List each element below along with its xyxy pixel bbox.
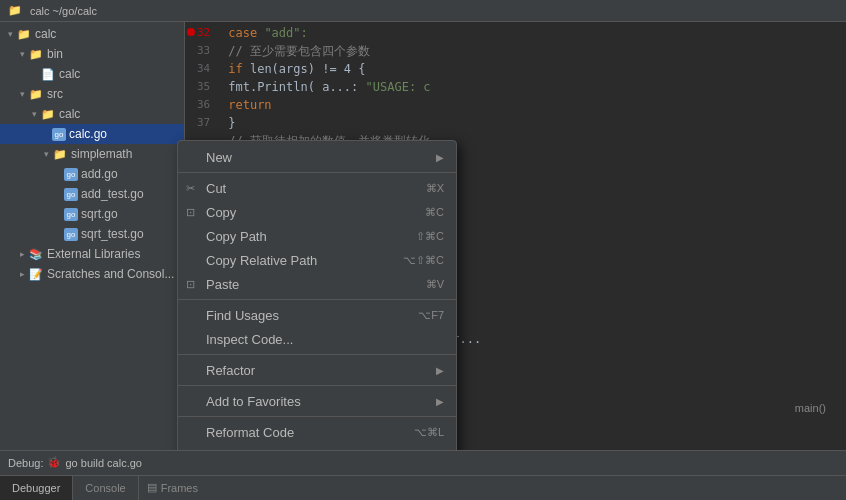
tree-item-label: simplemath — [71, 147, 132, 161]
menu-separator — [178, 416, 456, 417]
gofile-icon: go — [64, 168, 78, 181]
submenu-arrow-icon: ▶ — [436, 152, 444, 163]
title-bar-text: calc ~/go/calc — [30, 5, 97, 17]
sidebar-item-sqrt.go[interactable]: gosqrt.go — [0, 204, 184, 224]
tree-item-label: calc — [59, 107, 80, 121]
sidebar-item-sqrt_test.go[interactable]: gosqrt_test.go — [0, 224, 184, 244]
sidebar-item-calc[interactable]: ▾📁calc — [0, 24, 184, 44]
tree-item-label: sqrt_test.go — [81, 227, 144, 241]
menu-separator — [178, 172, 456, 173]
project-icon: 📁 — [16, 26, 32, 42]
menu-item-label: Copy — [206, 205, 236, 220]
menu-item-refactor[interactable]: Refactor▶ — [178, 358, 456, 382]
tree-expand-icon: ▾ — [16, 86, 28, 102]
tree-expand-icon — [28, 66, 40, 82]
bottom-area: Debug: 🐞 go build calc.go Debugger Conso… — [0, 450, 846, 500]
tree-expand-icon — [40, 126, 52, 142]
library-icon: 📚 — [28, 246, 44, 262]
tree-expand-icon: ▸ — [16, 246, 28, 262]
submenu-arrow-icon: ▶ — [436, 365, 444, 376]
menu-item-label: Find Usages — [206, 308, 279, 323]
tree-item-label: External Libraries — [47, 247, 140, 261]
code-line: case "add": — [228, 24, 838, 42]
menu-item-shortcut: ^⌥O — [417, 450, 444, 451]
folder-icon: 📁 — [28, 46, 44, 62]
tree-expand-icon — [52, 186, 64, 202]
tree-expand-icon — [52, 166, 64, 182]
line-number: 37 — [185, 114, 216, 132]
tree-item-label: Scratches and Consol... — [47, 267, 174, 281]
tree-item-label: add_test.go — [81, 187, 144, 201]
sidebar-item-simplemath[interactable]: ▾📁simplemath — [0, 144, 184, 164]
menu-item-icon: ⊡ — [186, 278, 195, 291]
code-line: // 至少需要包含四个参数 — [228, 42, 838, 60]
sidebar-item-add_test.go[interactable]: goadd_test.go — [0, 184, 184, 204]
menu-item-addtofavorites[interactable]: Add to Favorites▶ — [178, 389, 456, 413]
tab-debugger[interactable]: Debugger — [0, 476, 73, 500]
menu-item-label: Optimize Imports — [206, 449, 304, 451]
menu-item-shortcut: ⌘C — [425, 206, 444, 219]
menu-item-label: Copy Relative Path — [206, 253, 317, 268]
line-number: 32 — [185, 24, 216, 42]
tree-expand-icon: ▾ — [4, 26, 16, 42]
frames-label: ▤ Frames — [147, 476, 198, 500]
sidebar: ▾📁calc▾📁bin📄calc▾📁src▾📁calcgocalc.go▾📁si… — [0, 22, 185, 450]
debug-file: go build calc.go — [65, 457, 141, 469]
menu-item-label: Paste — [206, 277, 239, 292]
folder-icon: 📁 — [28, 86, 44, 102]
menu-item-label: New — [206, 150, 232, 165]
tree-item-label: src — [47, 87, 63, 101]
gofile-icon: go — [52, 128, 66, 141]
code-line: if len(args) != 4 { — [228, 60, 838, 78]
submenu-arrow-icon: ▶ — [436, 396, 444, 407]
menu-item-cut[interactable]: ✂Cut⌘X — [178, 176, 456, 200]
menu-separator — [178, 385, 456, 386]
tree-item-label: sqrt.go — [81, 207, 118, 221]
tree-expand-icon: ▾ — [40, 146, 52, 162]
tree-expand-icon: ▾ — [28, 106, 40, 122]
sidebar-item-scratchesandconsol...[interactable]: ▸📝Scratches and Consol... — [0, 264, 184, 284]
sidebar-item-calc[interactable]: ▾📁calc — [0, 104, 184, 124]
menu-item-copy[interactable]: ⊡Copy⌘C — [178, 200, 456, 224]
tree-item-label: calc — [35, 27, 56, 41]
sidebar-item-calc[interactable]: 📄calc — [0, 64, 184, 84]
project-icon: 📁 — [8, 4, 22, 17]
menu-item-copyrelativepath[interactable]: Copy Relative Path⌥⇧⌘C — [178, 248, 456, 272]
debug-bar: Debug: 🐞 go build calc.go — [0, 451, 846, 476]
line-number: 34 — [185, 60, 216, 78]
line-number: 35 — [185, 78, 216, 96]
line-number: 33 — [185, 42, 216, 60]
debug-label: Debug: — [8, 457, 43, 469]
menu-item-new[interactable]: New▶ — [178, 145, 456, 169]
tab-console[interactable]: Console — [73, 476, 138, 500]
menu-item-label: Add to Favorites — [206, 394, 301, 409]
tree-expand-icon: ▾ — [16, 46, 28, 62]
menu-item-findusages[interactable]: Find Usages⌥F7 — [178, 303, 456, 327]
menu-item-label: Cut — [206, 181, 226, 196]
code-line: fmt.Println( a...: "USAGE: c — [228, 78, 838, 96]
menu-item-copypath[interactable]: Copy Path⇧⌘C — [178, 224, 456, 248]
breakpoint-dot — [187, 28, 195, 36]
sidebar-item-externallibraries[interactable]: ▸📚External Libraries — [0, 244, 184, 264]
frames-icon: ▤ — [147, 481, 157, 494]
menu-item-shortcut: ⌥⌘L — [414, 426, 444, 439]
tree-item-label: calc — [59, 67, 80, 81]
menu-item-inspectcode[interactable]: Inspect Code... — [178, 327, 456, 351]
menu-item-icon: ⊡ — [186, 206, 195, 219]
menu-item-label: Refactor — [206, 363, 255, 378]
menu-item-paste[interactable]: ⊡Paste⌘V — [178, 272, 456, 296]
sidebar-item-calc.go[interactable]: gocalc.go — [0, 124, 184, 144]
menu-item-icon: ✂ — [186, 182, 195, 195]
code-line: return — [228, 96, 838, 114]
sidebar-item-src[interactable]: ▾📁src — [0, 84, 184, 104]
menu-item-label: Inspect Code... — [206, 332, 293, 347]
sidebar-item-bin[interactable]: ▾📁bin — [0, 44, 184, 64]
gofile-icon: go — [64, 228, 78, 241]
tree-item-label: bin — [47, 47, 63, 61]
menu-item-label: Reformat Code — [206, 425, 294, 440]
file-icon: 📄 — [40, 66, 56, 82]
menu-item-optimizeimports[interactable]: Optimize Imports^⌥O — [178, 444, 456, 450]
menu-item-reformatcode[interactable]: Reformat Code⌥⌘L — [178, 420, 456, 444]
menu-item-shortcut: ⌥⇧⌘C — [403, 254, 444, 267]
sidebar-item-add.go[interactable]: goadd.go — [0, 164, 184, 184]
